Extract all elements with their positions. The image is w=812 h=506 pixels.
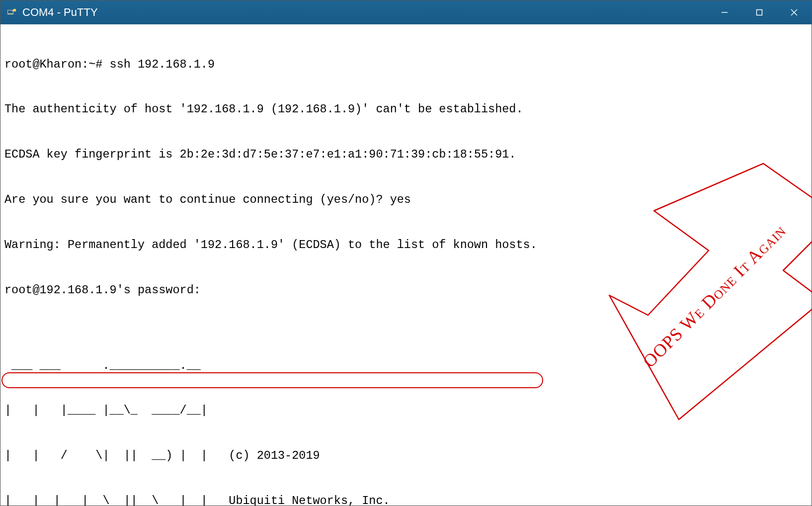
terminal-line: root@Kharon:~# ssh 192.168.1.9 xyxy=(4,57,808,72)
terminal-line: | | |____ |__\_ ____/__| xyxy=(4,403,808,418)
putty-window: COM4 - PuTTY root@Kharon:~# ssh 192.168.… xyxy=(0,0,812,506)
minimize-button[interactable] xyxy=(707,0,742,24)
putty-icon xyxy=(5,6,17,18)
terminal-line: root@192.168.1.9's password: xyxy=(4,283,808,298)
svg-rect-2 xyxy=(13,9,16,11)
terminal-line: | | / \| || __) | | (c) 2013-2019 xyxy=(4,448,808,463)
terminal-line: | | | | \ || \ | | Ubiquiti Networks, In… xyxy=(4,494,808,506)
window-controls xyxy=(707,0,812,24)
terminal-line: The authenticity of host '192.168.1.9 (1… xyxy=(4,102,808,117)
svg-rect-5 xyxy=(757,10,762,15)
maximize-button[interactable] xyxy=(742,0,777,24)
terminal-line: Warning: Permanently added '192.168.1.9'… xyxy=(4,238,808,253)
titlebar[interactable]: COM4 - PuTTY xyxy=(0,0,812,24)
highlight-box xyxy=(1,372,543,388)
window-title: COM4 - PuTTY xyxy=(22,6,707,19)
terminal-line: ___ ___ .__________.__ xyxy=(4,358,808,373)
terminal-line: ECDSA key fingerprint is 2b:2e:3d:d7:5e:… xyxy=(4,147,808,162)
terminal-line: Are you sure you want to continue connec… xyxy=(4,192,808,207)
close-button[interactable] xyxy=(777,0,812,24)
annotation-arrow: OOPS We Done It Again xyxy=(547,136,796,415)
terminal[interactable]: root@Kharon:~# ssh 192.168.1.9 The authe… xyxy=(0,24,812,506)
